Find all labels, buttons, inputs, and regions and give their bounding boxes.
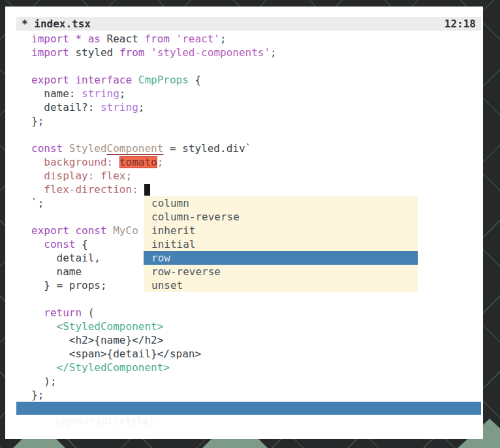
- autocomplete-option[interactable]: row: [144, 251, 418, 265]
- code-line[interactable]: <h2>{name}</h2>: [31, 333, 277, 347]
- code-token: <span>{detail}</span>: [31, 348, 201, 360]
- code-line[interactable]: import styled from 'styled-components';: [31, 46, 277, 59]
- code-token: from: [119, 46, 151, 59]
- code-token: export interface: [31, 74, 138, 86]
- code-line[interactable]: <StyledComponent>: [31, 320, 277, 333]
- code-token: flex-direction:: [31, 183, 144, 196]
- code-token: export const: [31, 224, 113, 237]
- code-line[interactable]: flex-direction:: [31, 183, 277, 196]
- code-token: 'react': [176, 33, 220, 45]
- code-token: MyCo: [113, 224, 138, 237]
- code-line[interactable]: };: [31, 388, 277, 402]
- code-line[interactable]: [31, 128, 277, 142]
- code-token: Styled: [69, 142, 107, 155]
- code-token: React: [107, 33, 145, 45]
- code-line[interactable]: background: tomato;: [31, 155, 277, 169]
- autocomplete-option[interactable]: row-reverse: [144, 265, 418, 278]
- autocomplete-option[interactable]: unset: [144, 278, 418, 292]
- code-token: return: [31, 306, 82, 319]
- filetype-mode-label: typescript[style]: [54, 415, 155, 427]
- code-line[interactable]: [31, 292, 277, 306]
- code-token: Component: [107, 142, 164, 155]
- code-token: [31, 361, 57, 374]
- code-line[interactable]: export interface CmpProps {: [31, 73, 277, 87]
- code-token: from: [144, 33, 176, 45]
- code-token: <h2>{name}</h2>: [31, 334, 163, 346]
- code-token: <StyledComponent>: [57, 320, 164, 333]
- code-token: const: [31, 142, 69, 155]
- code-line[interactable]: [31, 59, 277, 73]
- code-line[interactable]: const StyledComponent = styled.div`: [31, 142, 277, 155]
- code-line[interactable]: };: [31, 114, 277, 128]
- text-cursor: [144, 184, 150, 196]
- code-token: `;: [31, 197, 44, 209]
- editor-title-bar: * index.tsx 12:18: [16, 17, 481, 31]
- code-token: detail?:: [31, 101, 101, 113]
- editor-window: * index.tsx 12:18 import * as React from…: [5, 7, 483, 439]
- code-token: };: [31, 389, 44, 401]
- code-line[interactable]: name: string;: [31, 87, 277, 100]
- code-line[interactable]: );: [31, 374, 277, 388]
- code-line[interactable]: display: flex;: [31, 169, 277, 183]
- code-token: name: [31, 265, 82, 278]
- code-token: string: [101, 101, 138, 113]
- autocomplete-option[interactable]: inherit: [144, 224, 418, 237]
- code-token: (: [82, 306, 94, 319]
- code-token: background:: [31, 156, 119, 168]
- code-token: ;: [220, 33, 227, 45]
- code-token: CmpProps: [138, 74, 189, 86]
- status-bar: typescript[style]: [16, 402, 481, 415]
- autocomplete-option[interactable]: initial: [144, 237, 418, 251]
- code-line[interactable]: return (: [31, 306, 277, 320]
- code-line[interactable]: </StyledComponent>: [31, 361, 277, 374]
- code-token: import: [31, 46, 75, 59]
- code-token: styled: [75, 46, 119, 59]
- code-token: import * as: [31, 33, 107, 45]
- autocomplete-option[interactable]: column-reverse: [144, 210, 418, 224]
- cursor-position: 12:18: [445, 17, 476, 31]
- code-line[interactable]: <span>{detail}</span>: [31, 347, 277, 361]
- autocomplete-popup: columncolumn-reverseinheritinitialrowrow…: [144, 196, 418, 292]
- code-token: name:: [31, 87, 82, 100]
- code-token: {: [189, 74, 201, 86]
- code-token: </StyledComponent>: [57, 361, 170, 374]
- code-token: = styled.div`: [163, 142, 251, 155]
- code-token: {: [75, 238, 87, 250]
- code-token: );: [31, 375, 57, 387]
- code-token: [31, 320, 57, 333]
- code-token: ;: [138, 101, 145, 113]
- code-token: string: [82, 87, 119, 100]
- code-token: detail,: [31, 252, 101, 264]
- code-token: const: [31, 238, 75, 250]
- code-token: ;: [119, 87, 126, 100]
- code-token: ;: [270, 46, 277, 59]
- code-token: tomato: [119, 156, 157, 168]
- code-token: display: flex;: [31, 170, 132, 182]
- code-token: };: [31, 115, 44, 127]
- code-token: } = props;: [31, 279, 107, 291]
- autocomplete-option[interactable]: column: [144, 196, 418, 210]
- file-title: * index.tsx: [22, 17, 91, 31]
- code-token: ;: [157, 156, 164, 168]
- code-token: 'styled-components': [151, 46, 270, 59]
- code-line[interactable]: import * as React from 'react';: [31, 32, 277, 46]
- code-line[interactable]: detail?: string;: [31, 100, 277, 114]
